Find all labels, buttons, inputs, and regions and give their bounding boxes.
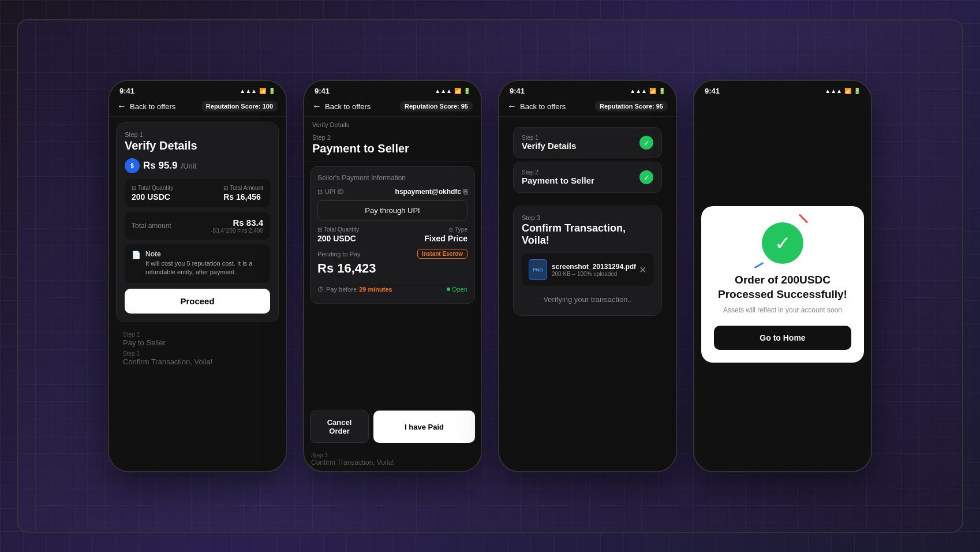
signal-icon-2: ▲▲▲ <box>435 88 452 94</box>
back-arrow-icon-2[interactable]: ← <box>312 101 321 111</box>
bottom-step3-label: Step 3 <box>123 350 272 357</box>
nav-left-2: ← Back to offers <box>312 101 371 111</box>
phone-2: 9:41 ▲▲▲ 📶 🔋 ← Back to offers Reputation… <box>303 80 482 472</box>
back-arrow-icon-3[interactable]: ← <box>507 101 517 111</box>
note-title: Note <box>145 250 263 258</box>
success-sub: Assets will reflect in your account soon <box>714 306 851 314</box>
qty-col: ⊟Total Quantity 200 USDC <box>132 185 173 202</box>
back-label-3[interactable]: Back to offers <box>520 102 566 111</box>
file-delete-button[interactable]: ✕ <box>639 264 646 275</box>
step1-completed-label: Step 1 <box>522 135 576 141</box>
step1-card: Step 1 Verify Details $ Rs 95.9 /Unit ⊟T… <box>116 122 279 322</box>
status-icons-1: ▲▲▲ 📶 🔋 <box>240 88 275 94</box>
bottom-step3-title: Confirm Transaction, Voila! <box>123 357 272 366</box>
back-label-1[interactable]: Back to offers <box>130 102 175 111</box>
timer-minutes: 29 minutes <box>359 286 392 293</box>
timer-row: ⏱ Pay before 29 minutes Open <box>317 282 467 296</box>
status-icons-2: ▲▲▲ 📶 🔋 <box>435 88 470 94</box>
qty-label: ⊟Total Quantity <box>132 185 173 191</box>
i-have-paid-button[interactable]: I have Paid <box>373 411 475 443</box>
file-row: PNG screenshot_20131294.pdf 200 KB – 100… <box>522 253 653 286</box>
rep-score-3: Reputation Score: 95 <box>595 101 668 111</box>
battery-icon-3: 🔋 <box>659 88 665 94</box>
nav-bar-2: ← Back to offers Reputation Score: 95 <box>304 98 481 117</box>
seller-info-card: Seller's Payment Information ⊟ UPI ID hs… <box>310 166 475 304</box>
pay-upi-button[interactable]: Pay through UPI <box>317 200 467 221</box>
upi-label: ⊟ UPI ID <box>317 188 343 196</box>
pending-row: Pending to Pay Instant Escrow <box>317 249 467 259</box>
step1-completed-title: Verify Details <box>522 141 576 151</box>
p2-bottom: Step 3 Confirm Transaction, Voila! <box>304 447 481 471</box>
step1-completed: Step 1 Verify Details ✓ <box>513 127 662 158</box>
open-badge: Open <box>447 286 467 293</box>
p2-qty-item: ⊟ Total Quantity 200 USDC <box>317 226 359 243</box>
back-label-2[interactable]: Back to offers <box>325 102 371 111</box>
bottom-step2-label: Step 2 <box>123 331 272 338</box>
phone-4: 9:41 ▲▲▲ 📶 🔋 ✓ Order of 200USDCProcessed… <box>693 80 872 472</box>
nav-left-1: ← Back to offers <box>117 101 175 111</box>
status-bar-3: 9:41 ▲▲▲ 📶 🔋 <box>499 81 676 98</box>
qty-icon-2: ⊟ <box>317 226 322 233</box>
go-home-button[interactable]: Go to Home <box>714 326 851 350</box>
signal-icon-3: ▲▲▲ <box>630 88 647 94</box>
step3-label: Step 3 <box>522 214 653 221</box>
qty-value: 200 USDC <box>132 192 173 202</box>
amount-col: ⊟Total Amount Rs 16,456 <box>223 185 263 202</box>
wifi-icon-2: 📶 <box>454 88 461 94</box>
status-icons-4: ▲▲▲ 📶 🔋 <box>825 88 861 94</box>
confetti-red <box>799 214 808 223</box>
note-content: Note It will cost you 5 reputation cost.… <box>145 250 263 277</box>
step1-check-icon: ✓ <box>639 136 653 150</box>
instant-badge: Instant Escrow <box>417 249 467 259</box>
file-meta: 200 KB – 100% uploaded <box>552 271 636 277</box>
nav-bar-3: ← Back to offers Reputation Score: 95 <box>499 98 676 117</box>
seller-info-title: Seller's Payment Information <box>317 174 467 182</box>
step1-label: Step 1 <box>125 131 270 138</box>
step3-card: Step 3 Confirm Transaction, Voila! PNG s… <box>513 206 662 316</box>
qty-amount-grid: ⊟Total Quantity 200 USDC ⊟Total Amount R… <box>125 179 270 207</box>
status-bar-4: 9:41 ▲▲▲ 📶 🔋 <box>694 81 871 98</box>
type-icon: ⊙ <box>448 226 453 233</box>
signal-icon-4: ▲▲▲ <box>825 88 842 94</box>
qty-amount-row: ⊟Total Quantity 200 USDC ⊟Total Amount R… <box>132 185 263 202</box>
status-time-2: 9:41 <box>315 87 330 95</box>
note-icon: 📄 <box>132 251 141 277</box>
wifi-icon-4: 📶 <box>844 88 851 94</box>
status-time-4: 9:41 <box>705 87 720 95</box>
action-buttons: Cancel Order I have Paid <box>304 406 481 447</box>
step2-check-icon: ✓ <box>639 170 653 184</box>
rep-score-2: Reputation Score: 95 <box>400 101 473 111</box>
amount-label: ⊟Total Amount <box>223 185 263 191</box>
phone-3-content: Step 1 Verify Details ✓ Step 2 Payment t… <box>499 117 676 471</box>
rep-score-1: Reputation Score: 100 <box>201 101 278 111</box>
bottom-step2-title: Pay to Seller <box>123 338 272 347</box>
p2-step3-title: Confirm Transaction, Voila! <box>311 458 474 467</box>
total-label: Total amount <box>132 222 171 230</box>
success-circle: ✓ <box>762 222 803 264</box>
back-arrow-icon-1[interactable]: ← <box>117 101 126 111</box>
step2-completed-label: Step 2 <box>522 169 594 176</box>
battery-icon-1: 🔋 <box>268 88 275 94</box>
phone-4-content: ✓ Order of 200USDCProcessed Successfully… <box>694 98 871 471</box>
nav-left-3: ← Back to offers <box>507 101 566 111</box>
clock-icon: ⏱ <box>317 286 324 293</box>
completed-steps: Step 1 Verify Details ✓ Step 2 Payment t… <box>506 122 669 197</box>
p2-type-label: ⊙ Type <box>424 226 467 233</box>
upi-row: ⊟ UPI ID hspayment@okhdfc ⎘ <box>317 188 467 196</box>
proceed-button[interactable]: Proceed <box>125 289 270 314</box>
note-box: 📄 Note It will cost you 5 reputation cos… <box>125 244 270 283</box>
upi-icon: ⊟ <box>317 188 323 196</box>
open-dot <box>447 288 450 291</box>
total-values: Rs 83.4 -83.4*200 = rs 2,400 <box>211 218 263 234</box>
wifi-icon-1: 📶 <box>259 88 266 94</box>
timer-left: ⏱ Pay before 29 minutes <box>317 286 392 293</box>
p2-qty-type-grid: ⊟ Total Quantity 200 USDC ⊙ Type Fixed P… <box>317 226 467 243</box>
bottom-steps-1: Step 2 Pay to Seller Step 3 Confirm Tran… <box>116 327 279 371</box>
file-name: screenshot_20131294.pdf <box>552 263 636 271</box>
copy-icon[interactable]: ⎘ <box>463 188 467 196</box>
pending-amount: Rs 16,423 <box>317 261 467 276</box>
cancel-order-button[interactable]: Cancel Order <box>310 411 369 443</box>
p2-step3-label: Step 3 <box>311 452 474 458</box>
step1-title: Verify Details <box>125 139 270 152</box>
p2-verify-label: Verify Details <box>304 117 481 128</box>
